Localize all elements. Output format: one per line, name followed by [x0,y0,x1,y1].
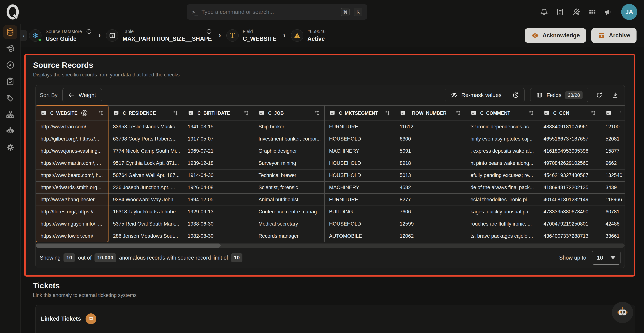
column-header[interactable]: C_JOB [254,105,324,121]
left-nav-sidebar [0,24,20,333]
apps-grid-icon[interactable] [588,7,597,17]
notifications-bell-icon[interactable] [540,7,549,17]
breadcrumb-table[interactable]: Table MAX_PARTITION_SIZE__SHAPE [106,29,212,42]
sidebar-item-tags[interactable] [3,91,17,105]
section-subtitle: Displays the specific records from your … [33,72,626,78]
table-cell: 4733395380678490 [539,206,601,218]
text-field-icon [40,110,47,116]
records-table: C_WEBSITEC_RESIDENCEC_BIRTHDATEC_JOBC_MK… [36,105,625,242]
limit-count: 10 [231,253,242,262]
search-input[interactable] [202,9,337,15]
text-field-icon [188,110,194,116]
archive-button[interactable]: Archive [591,28,636,43]
fields-button[interactable]: Fields 28/28 [530,88,588,102]
sort-icon[interactable] [384,110,390,116]
panel-expand-button[interactable]: › [20,30,27,41]
add-ticket-button[interactable] [86,313,96,324]
sidebar-item-lineage[interactable] [3,107,17,121]
table-cell: 4700479219250801 [539,218,601,230]
terminal-prompt-icon: >_ [192,9,198,16]
table-row: http://www.jones-washing...7774 Nicole C… [36,145,625,157]
sort-icon[interactable] [98,110,104,116]
sort-icon[interactable] [590,110,596,116]
sidebar-item-datastores[interactable] [3,25,17,39]
columns-icon [536,92,543,99]
text-field-icon [400,110,406,116]
table-cell: ts! ironic dependencies ac... [466,121,539,133]
breadcrumb-anomaly[interactable]: #659546 Active [291,29,326,42]
page-size-select[interactable]: 10 [592,251,620,265]
mask-controls: Re-mask values [445,88,525,102]
column-label: C_BIRTHDATE [198,110,230,116]
theme-toggle-icon[interactable] [572,7,581,17]
table-cell: 4888409181076961 [539,121,601,133]
status-dot [38,38,42,42]
source-records-section: Source Records Displays the specific rec… [24,54,635,276]
table-cell: hinly even asymptotes caj... [466,133,539,145]
sort-icon[interactable] [528,110,534,116]
table-cell: efully pending excuses; re... [466,169,539,181]
column-header[interactable]: C_CCN [539,105,601,121]
table-cell: 16318 Taylor Roads Johnbe... [108,206,183,218]
text-field-icon [329,110,336,116]
sort-icon[interactable] [455,110,461,116]
command-search-bar[interactable]: >_ ⌘ K [187,4,367,20]
tickets-title: Tickets [33,281,635,290]
crumb-kind-label: Source Datastore [46,29,82,34]
anomaly-id: #659546 [308,29,326,34]
sort-icon[interactable] [172,110,178,116]
column-label: C_MKTSEGMENT [339,110,378,116]
database-icon [6,28,15,37]
sidebar-item-settings[interactable] [3,140,17,154]
refresh-button[interactable] [594,90,604,100]
sort-weight-button[interactable]: Weight [62,88,102,102]
table-body: http://www.tran.com/83953 Leslie Islands… [36,121,625,242]
column-header[interactable]: C_RESIDENCE [108,105,183,121]
table-cell: http://flores.org/, https://... [36,206,108,218]
breadcrumb-datastore[interactable]: Source Datastore User Guide [29,29,92,42]
column-label: C_CCN [553,110,569,116]
download-button[interactable] [610,90,620,100]
column-header[interactable]: _ROW_NUMBER [395,105,466,121]
text-field-icon [113,110,119,116]
column-label: _ROW_NUMBER [410,110,446,116]
column-header[interactable]: C_WEBSITE [36,105,108,121]
acknowledge-button[interactable]: Acknowledge [525,28,586,43]
sort-icon[interactable] [618,110,620,116]
table-cell: HOUSEHOLD [324,169,395,181]
remask-values-button[interactable]: Re-mask values [445,88,507,102]
user-avatar[interactable]: JA [621,4,637,20]
table-cell: 50764 Galvan Wall Apt. 187... [108,169,183,181]
table-cell: https://www.martin.com/, ... [36,157,108,169]
text-field-icon [606,110,612,116]
table-cell: 4014681301232149 [539,194,601,206]
sidebar-item-checks[interactable] [3,74,17,89]
table-cell: Medical secretary [254,218,324,230]
text-field-icon [470,110,477,116]
breadcrumb-field[interactable]: T Field C_WEBSITE [226,29,276,42]
arrow-left-icon [68,92,75,99]
column-header[interactable]: C_COMMENT [466,105,539,121]
info-icon[interactable] [86,29,92,34]
table-cell: 1917-05-07 [183,133,254,145]
docs-icon[interactable] [556,7,565,17]
mask-history-button[interactable] [507,88,524,102]
sidebar-item-ingest[interactable] [3,42,17,56]
table-cell: Surveyor, mining [254,157,324,169]
sidebar-item-assistant[interactable] [3,124,17,138]
scrollbar-thumb[interactable] [36,243,220,248]
k-key-badge: K [354,8,362,16]
table-cell: Investment banker, corpor... [254,133,324,145]
sort-icon[interactable] [243,110,249,116]
assistant-fab-button[interactable] [612,302,633,323]
column-header[interactable]: C_BIRTHDATE [183,105,254,121]
table-cell: Animal nutritionist [254,194,324,206]
table-icon [106,29,118,42]
table-row: https://www.fowler.com/286 Jensen Meadow… [36,230,625,242]
announcements-megaphone-icon[interactable] [604,7,613,17]
column-header[interactable]: C_MKTSEGMENT [324,105,395,121]
sort-icon[interactable] [314,110,320,116]
sidebar-item-explore[interactable] [3,58,17,72]
info-icon[interactable] [206,29,212,34]
column-header[interactable]: C_CUS [601,105,625,121]
